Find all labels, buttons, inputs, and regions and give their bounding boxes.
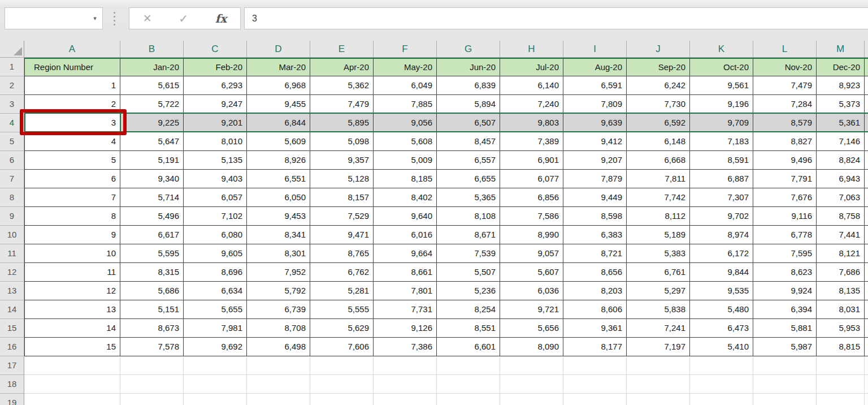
cell-E16[interactable]: 7,606 (310, 338, 374, 356)
cell-L15[interactable]: 5,881 (753, 319, 817, 338)
cell-B14[interactable]: 5,151 (120, 300, 184, 319)
cell-G9[interactable]: 8,108 (437, 207, 500, 226)
cell-E13[interactable]: 5,281 (310, 282, 374, 300)
cell-I7[interactable]: 7,879 (563, 170, 627, 188)
cell-E2[interactable]: 5,362 (310, 76, 374, 95)
cell-D2[interactable]: 6,968 (247, 76, 310, 95)
cell-C13[interactable]: 6,634 (184, 282, 247, 300)
row-header-19[interactable]: 19 (0, 394, 24, 405)
cell-L14[interactable]: 6,394 (753, 300, 817, 319)
cell-I14[interactable]: 8,606 (563, 300, 627, 319)
cell-G19[interactable] (437, 394, 500, 405)
cell-I18[interactable] (563, 375, 627, 394)
column-header-F[interactable]: F (374, 41, 437, 58)
cell-L19[interactable] (753, 394, 817, 405)
cell-H12[interactable]: 5,607 (500, 263, 563, 282)
cell-L16[interactable]: 5,987 (753, 338, 817, 356)
cell-K14[interactable]: 5,480 (690, 300, 753, 319)
cell-F16[interactable]: 7,386 (374, 338, 437, 356)
cell-C6[interactable]: 5,135 (184, 151, 247, 170)
cell-J2[interactable]: 6,242 (627, 76, 690, 95)
cell-I10[interactable]: 6,383 (563, 226, 627, 244)
cell-M11[interactable]: 8,121 (817, 244, 865, 263)
cell-J15[interactable]: 7,241 (627, 319, 690, 338)
cell-A9[interactable]: 8 (24, 207, 120, 226)
cell-N14[interactable] (865, 300, 868, 319)
cell-A11[interactable]: 10 (24, 244, 120, 263)
cell-F9[interactable]: 9,640 (374, 207, 437, 226)
cell-N18[interactable] (865, 375, 868, 394)
cell-N19[interactable] (865, 394, 868, 405)
column-header-A[interactable]: A (24, 41, 120, 58)
formula-bar-input[interactable]: 3 (244, 7, 868, 29)
cell-A6[interactable]: 5 (24, 151, 120, 170)
cell-A1[interactable]: Region Number (24, 58, 120, 76)
cell-I9[interactable]: 8,598 (563, 207, 627, 226)
cell-F15[interactable]: 9,126 (374, 319, 437, 338)
cell-K9[interactable]: 9,702 (690, 207, 753, 226)
cell-G3[interactable]: 5,894 (437, 95, 500, 114)
cell-L8[interactable]: 7,676 (753, 188, 817, 207)
cell-M5[interactable]: 7,146 (817, 132, 865, 151)
cell-C16[interactable]: 9,692 (184, 338, 247, 356)
cell-E6[interactable]: 9,357 (310, 151, 374, 170)
cell-E15[interactable]: 5,629 (310, 319, 374, 338)
cell-G8[interactable]: 5,365 (437, 188, 500, 207)
cell-C1[interactable]: Feb-20 (184, 58, 247, 76)
cell-B12[interactable]: 8,315 (120, 263, 184, 282)
cell-H6[interactable]: 6,901 (500, 151, 563, 170)
cell-I4[interactable]: 9,639 (563, 114, 627, 132)
cell-B19[interactable] (120, 394, 184, 405)
cell-D8[interactable]: 6,050 (247, 188, 310, 207)
row-header-18[interactable]: 18 (0, 375, 24, 394)
cell-I1[interactable]: Aug-20 (563, 58, 627, 76)
column-header-D[interactable]: D (247, 41, 310, 58)
cell-A10[interactable]: 9 (24, 226, 120, 244)
cell-B2[interactable]: 5,615 (120, 76, 184, 95)
cell-E4[interactable]: 5,895 (310, 114, 374, 132)
cell-I5[interactable]: 9,412 (563, 132, 627, 151)
cell-M16[interactable]: 8,815 (817, 338, 865, 356)
cell-C19[interactable] (184, 394, 247, 405)
cell-L10[interactable]: 6,778 (753, 226, 817, 244)
cell-H2[interactable]: 6,140 (500, 76, 563, 95)
cell-J14[interactable]: 5,838 (627, 300, 690, 319)
column-header-I[interactable]: I (563, 41, 627, 58)
cell-H11[interactable]: 9,057 (500, 244, 563, 263)
cell-K4[interactable]: 9,709 (690, 114, 753, 132)
cell-N2[interactable] (865, 76, 868, 95)
cell-G5[interactable]: 8,457 (437, 132, 500, 151)
cell-B3[interactable]: 5,722 (120, 95, 184, 114)
cell-N17[interactable] (865, 356, 868, 375)
cell-K7[interactable]: 6,887 (690, 170, 753, 188)
cell-C4[interactable]: 9,201 (184, 114, 247, 132)
cell-F14[interactable]: 7,731 (374, 300, 437, 319)
cell-N13[interactable] (865, 282, 868, 300)
cell-L7[interactable]: 7,791 (753, 170, 817, 188)
cell-A2[interactable]: 1 (24, 76, 120, 95)
cell-L18[interactable] (753, 375, 817, 394)
cell-K13[interactable]: 9,535 (690, 282, 753, 300)
cell-D11[interactable]: 8,301 (247, 244, 310, 263)
cell-D18[interactable] (247, 375, 310, 394)
column-header-overflow[interactable] (865, 41, 868, 58)
cell-D4[interactable]: 6,844 (247, 114, 310, 132)
cell-C10[interactable]: 6,080 (184, 226, 247, 244)
cell-K6[interactable]: 8,591 (690, 151, 753, 170)
cell-H14[interactable]: 9,721 (500, 300, 563, 319)
cell-I19[interactable] (563, 394, 627, 405)
cell-N5[interactable] (865, 132, 868, 151)
cell-C9[interactable]: 7,102 (184, 207, 247, 226)
cell-L5[interactable]: 8,827 (753, 132, 817, 151)
cell-I15[interactable]: 9,361 (563, 319, 627, 338)
cell-B15[interactable]: 8,673 (120, 319, 184, 338)
cell-M19[interactable] (817, 394, 865, 405)
cell-E11[interactable]: 8,765 (310, 244, 374, 263)
row-header-14[interactable]: 14 (0, 300, 24, 319)
cell-F19[interactable] (374, 394, 437, 405)
cell-C18[interactable] (184, 375, 247, 394)
cell-M7[interactable]: 6,943 (817, 170, 865, 188)
cell-D5[interactable]: 5,609 (247, 132, 310, 151)
cell-L12[interactable]: 8,623 (753, 263, 817, 282)
cell-K8[interactable]: 7,307 (690, 188, 753, 207)
